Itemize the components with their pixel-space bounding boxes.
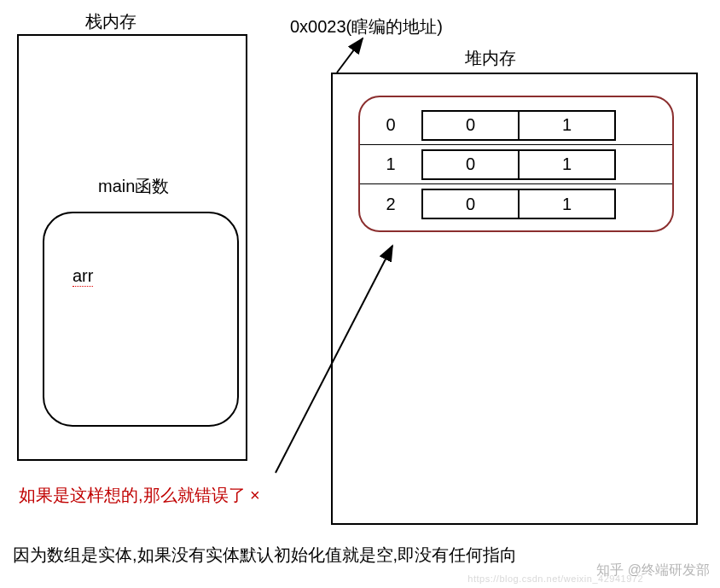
array-row: 0 0 1 xyxy=(360,106,672,145)
stack-memory-label: 栈内存 xyxy=(85,10,136,33)
explanation-text: 因为数组是实体,如果没有实体默认初始化值就是空,即没有任何指向 xyxy=(13,544,517,567)
error-warning-text: 如果是这样想的,那么就错误了 × xyxy=(19,484,260,507)
main-function-label: main函数 xyxy=(98,175,169,198)
row-index: 2 xyxy=(360,195,421,214)
cell: 0 xyxy=(423,190,520,218)
cell-group: 0 1 xyxy=(421,110,616,141)
cell-group: 0 1 xyxy=(421,149,616,180)
address-pointer-arrow xyxy=(337,38,363,73)
cell-group: 0 1 xyxy=(421,189,616,219)
row-index: 1 xyxy=(360,154,421,174)
cell: 1 xyxy=(520,112,614,139)
row-index: 0 xyxy=(360,115,421,135)
heap-memory-label: 堆内存 xyxy=(465,47,516,70)
cell: 1 xyxy=(520,151,614,178)
arr-variable-label: arr xyxy=(73,266,93,287)
heap-address-label: 0x0023(瞎编的地址) xyxy=(290,15,443,38)
array-row: 2 0 1 xyxy=(360,184,672,224)
watermark-author: 知乎 @终端研发部 xyxy=(596,562,710,579)
cell: 0 xyxy=(423,151,520,178)
cell: 1 xyxy=(520,190,614,218)
array-row: 1 0 1 xyxy=(360,145,672,184)
array-2d-container: 0 0 1 1 0 1 2 0 1 xyxy=(358,96,674,232)
cell: 0 xyxy=(423,112,520,139)
main-function-box xyxy=(43,212,239,427)
